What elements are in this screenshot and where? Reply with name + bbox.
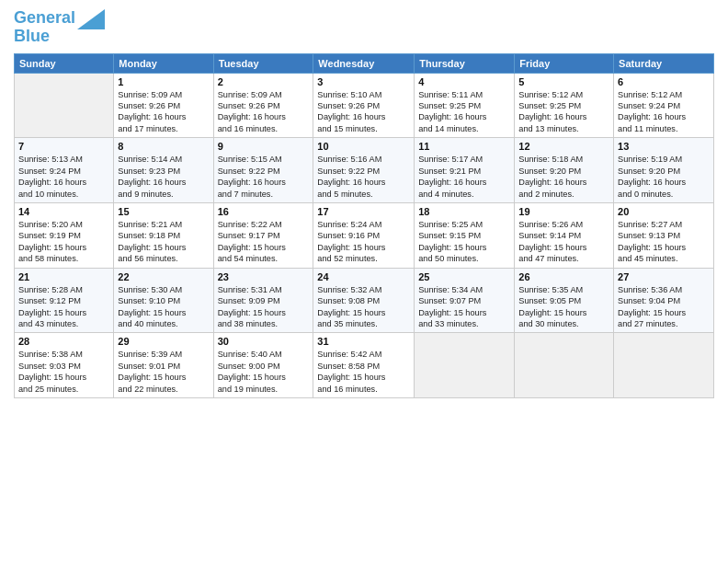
calendar-header-friday: Friday — [515, 53, 614, 73]
day-info: Sunrise: 5:32 AMSunset: 9:08 PMDaylight:… — [317, 284, 410, 330]
calendar-cell — [415, 333, 515, 398]
calendar-cell: 1Sunrise: 5:09 AMSunset: 9:26 PMDaylight… — [114, 73, 213, 138]
logo-icon — [77, 9, 105, 29]
day-info: Sunrise: 5:10 AMSunset: 9:26 PMDaylight:… — [317, 89, 410, 135]
calendar-week-row: 28Sunrise: 5:38 AMSunset: 9:03 PMDayligh… — [15, 333, 714, 398]
calendar-week-row: 14Sunrise: 5:20 AMSunset: 9:19 PMDayligh… — [15, 202, 714, 268]
calendar-cell — [15, 73, 114, 138]
header: General Blue — [14, 9, 714, 46]
day-info: Sunrise: 5:17 AMSunset: 9:21 PMDaylight:… — [418, 154, 510, 200]
calendar-cell: 31Sunrise: 5:42 AMSunset: 8:58 PMDayligh… — [313, 333, 415, 398]
day-number: 23 — [218, 271, 310, 282]
day-number: 31 — [317, 336, 410, 347]
svg-marker-0 — [77, 9, 105, 29]
calendar-cell: 18Sunrise: 5:25 AMSunset: 9:15 PMDayligh… — [415, 202, 515, 268]
calendar-cell: 8Sunrise: 5:14 AMSunset: 9:23 PMDaylight… — [114, 138, 213, 203]
day-number: 26 — [518, 271, 609, 282]
day-number: 14 — [18, 206, 109, 217]
logo-text: General Blue — [14, 9, 75, 46]
day-info: Sunrise: 5:11 AMSunset: 9:25 PMDaylight:… — [418, 89, 510, 135]
day-number: 30 — [218, 336, 310, 347]
day-number: 17 — [317, 206, 410, 217]
day-number: 9 — [218, 141, 310, 152]
calendar-cell: 5Sunrise: 5:12 AMSunset: 9:25 PMDaylight… — [515, 73, 614, 138]
day-number: 1 — [118, 76, 209, 87]
calendar-cell: 29Sunrise: 5:39 AMSunset: 9:01 PMDayligh… — [114, 333, 213, 398]
day-number: 25 — [418, 271, 510, 282]
calendar-cell: 7Sunrise: 5:13 AMSunset: 9:24 PMDaylight… — [15, 138, 114, 203]
day-info: Sunrise: 5:36 AMSunset: 9:04 PMDaylight:… — [618, 284, 710, 330]
day-number: 27 — [618, 271, 710, 282]
calendar-header-wednesday: Wednesday — [313, 53, 415, 73]
calendar-cell: 20Sunrise: 5:27 AMSunset: 9:13 PMDayligh… — [614, 202, 714, 268]
day-info: Sunrise: 5:09 AMSunset: 9:26 PMDaylight:… — [218, 89, 310, 135]
calendar-cell: 28Sunrise: 5:38 AMSunset: 9:03 PMDayligh… — [15, 333, 114, 398]
day-info: Sunrise: 5:16 AMSunset: 9:22 PMDaylight:… — [317, 154, 410, 200]
day-info: Sunrise: 5:27 AMSunset: 9:13 PMDaylight:… — [618, 219, 710, 265]
calendar-header-monday: Monday — [114, 53, 213, 73]
calendar-header-row: SundayMondayTuesdayWednesdayThursdayFrid… — [15, 53, 714, 73]
day-info: Sunrise: 5:18 AMSunset: 9:20 PMDaylight:… — [518, 154, 609, 200]
day-info: Sunrise: 5:40 AMSunset: 9:00 PMDaylight:… — [218, 349, 310, 395]
calendar-header-sunday: Sunday — [15, 53, 114, 73]
day-info: Sunrise: 5:38 AMSunset: 9:03 PMDaylight:… — [18, 349, 109, 395]
day-number: 18 — [418, 206, 510, 217]
day-info: Sunrise: 5:21 AMSunset: 9:18 PMDaylight:… — [118, 219, 209, 265]
calendar-cell: 15Sunrise: 5:21 AMSunset: 9:18 PMDayligh… — [114, 202, 213, 268]
calendar-cell: 17Sunrise: 5:24 AMSunset: 9:16 PMDayligh… — [313, 202, 415, 268]
day-number: 15 — [118, 206, 209, 217]
calendar-header-thursday: Thursday — [415, 53, 515, 73]
calendar-cell — [614, 333, 714, 398]
calendar-cell: 10Sunrise: 5:16 AMSunset: 9:22 PMDayligh… — [313, 138, 415, 203]
day-number: 8 — [118, 141, 209, 152]
day-number: 6 — [618, 76, 710, 87]
day-info: Sunrise: 5:31 AMSunset: 9:09 PMDaylight:… — [218, 284, 310, 330]
day-info: Sunrise: 5:14 AMSunset: 9:23 PMDaylight:… — [118, 154, 209, 200]
day-number: 16 — [218, 206, 310, 217]
day-info: Sunrise: 5:12 AMSunset: 9:25 PMDaylight:… — [518, 89, 609, 135]
day-info: Sunrise: 5:28 AMSunset: 9:12 PMDaylight:… — [18, 284, 109, 330]
calendar-cell: 3Sunrise: 5:10 AMSunset: 9:26 PMDaylight… — [313, 73, 415, 138]
calendar: SundayMondayTuesdayWednesdayThursdayFrid… — [14, 53, 714, 398]
calendar-cell: 27Sunrise: 5:36 AMSunset: 9:04 PMDayligh… — [614, 268, 714, 333]
calendar-cell: 25Sunrise: 5:34 AMSunset: 9:07 PMDayligh… — [415, 268, 515, 333]
day-info: Sunrise: 5:42 AMSunset: 8:58 PMDaylight:… — [317, 349, 410, 395]
day-number: 12 — [518, 141, 609, 152]
calendar-cell: 30Sunrise: 5:40 AMSunset: 9:00 PMDayligh… — [213, 333, 313, 398]
calendar-cell: 6Sunrise: 5:12 AMSunset: 9:24 PMDaylight… — [614, 73, 714, 138]
day-info: Sunrise: 5:13 AMSunset: 9:24 PMDaylight:… — [18, 154, 109, 200]
page: General Blue SundayMondayTuesdayWednesda… — [0, 0, 728, 563]
day-number: 3 — [317, 76, 410, 87]
calendar-week-row: 21Sunrise: 5:28 AMSunset: 9:12 PMDayligh… — [15, 268, 714, 333]
day-info: Sunrise: 5:24 AMSunset: 9:16 PMDaylight:… — [317, 219, 410, 265]
day-number: 7 — [18, 141, 109, 152]
calendar-header-tuesday: Tuesday — [213, 53, 313, 73]
calendar-cell: 16Sunrise: 5:22 AMSunset: 9:17 PMDayligh… — [213, 202, 313, 268]
day-info: Sunrise: 5:20 AMSunset: 9:19 PMDaylight:… — [18, 219, 109, 265]
calendar-cell: 22Sunrise: 5:30 AMSunset: 9:10 PMDayligh… — [114, 268, 213, 333]
calendar-cell: 12Sunrise: 5:18 AMSunset: 9:20 PMDayligh… — [515, 138, 614, 203]
day-number: 11 — [418, 141, 510, 152]
calendar-week-row: 7Sunrise: 5:13 AMSunset: 9:24 PMDaylight… — [15, 138, 714, 203]
day-info: Sunrise: 5:26 AMSunset: 9:14 PMDaylight:… — [518, 219, 609, 265]
day-number: 20 — [618, 206, 710, 217]
calendar-cell: 4Sunrise: 5:11 AMSunset: 9:25 PMDaylight… — [415, 73, 515, 138]
calendar-header-saturday: Saturday — [614, 53, 714, 73]
calendar-cell: 24Sunrise: 5:32 AMSunset: 9:08 PMDayligh… — [313, 268, 415, 333]
calendar-week-row: 1Sunrise: 5:09 AMSunset: 9:26 PMDaylight… — [15, 73, 714, 138]
day-info: Sunrise: 5:34 AMSunset: 9:07 PMDaylight:… — [418, 284, 510, 330]
calendar-cell: 26Sunrise: 5:35 AMSunset: 9:05 PMDayligh… — [515, 268, 614, 333]
day-info: Sunrise: 5:19 AMSunset: 9:20 PMDaylight:… — [618, 154, 710, 200]
day-number: 2 — [218, 76, 310, 87]
day-info: Sunrise: 5:25 AMSunset: 9:15 PMDaylight:… — [418, 219, 510, 265]
day-info: Sunrise: 5:39 AMSunset: 9:01 PMDaylight:… — [118, 349, 209, 395]
calendar-cell — [515, 333, 614, 398]
day-number: 5 — [518, 76, 609, 87]
day-number: 13 — [618, 141, 710, 152]
day-number: 29 — [118, 336, 209, 347]
day-number: 28 — [18, 336, 109, 347]
day-number: 10 — [317, 141, 410, 152]
calendar-cell: 11Sunrise: 5:17 AMSunset: 9:21 PMDayligh… — [415, 138, 515, 203]
day-number: 22 — [118, 271, 209, 282]
calendar-cell: 21Sunrise: 5:28 AMSunset: 9:12 PMDayligh… — [15, 268, 114, 333]
